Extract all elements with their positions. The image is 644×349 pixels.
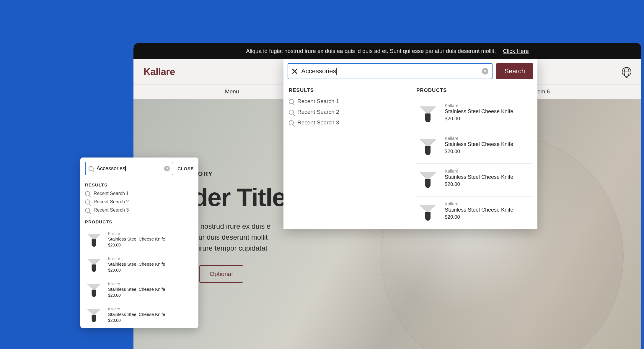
product-result-item[interactable]: Kallare Stainless Steel Cheese Knife $20… bbox=[416, 197, 532, 229]
product-result-item[interactable]: Kallare Stainless Steel Cheese Knife $20… bbox=[416, 98, 532, 131]
search-dropdown-desktop: Accessories Search RESULTS Recent Search… bbox=[283, 59, 537, 229]
recent-search-label: Recent Search 2 bbox=[297, 109, 339, 115]
product-meta: Kallare Stainless Steel Cheese Knife $20… bbox=[445, 103, 513, 126]
product-brand: Kallare bbox=[108, 307, 165, 311]
product-brand: Kallare bbox=[445, 103, 513, 108]
product-result-item[interactable]: Kallare Stainless Steel Cheese Knife $20… bbox=[85, 253, 194, 278]
search-input-text: Accessories bbox=[301, 67, 336, 75]
product-name: Stainless Steel Cheese Knife bbox=[445, 207, 513, 213]
product-brand: Kallare bbox=[108, 257, 165, 261]
product-result-item[interactable]: Kallare Stainless Steel Cheese Knife $20… bbox=[85, 278, 194, 303]
products-header: PRODUCTS bbox=[416, 87, 532, 93]
product-name: Stainless Steel Cheese Knife bbox=[445, 174, 513, 180]
product-price: $20.00 bbox=[445, 214, 513, 220]
results-header: RESULTS bbox=[85, 182, 194, 187]
recent-search-item[interactable]: Recent Search 1 bbox=[289, 98, 405, 105]
announcement-bar: Aliqua id fugiat nostrud irure ex duis e… bbox=[133, 43, 641, 59]
recent-search-label: Recent Search 2 bbox=[94, 199, 129, 204]
announcement-link[interactable]: Click Here bbox=[503, 48, 529, 54]
product-thumbnail bbox=[85, 282, 103, 299]
recent-search-item[interactable]: Recent Search 1 bbox=[85, 191, 194, 196]
product-result-item[interactable]: Kallare Stainless Steel Cheese Knife $20… bbox=[416, 131, 532, 164]
search-input-row: Accessories Search bbox=[283, 59, 537, 83]
product-price: $20.00 bbox=[445, 116, 513, 122]
results-header: RESULTS bbox=[289, 87, 405, 93]
search-icon bbox=[89, 166, 94, 171]
hero-body: at nostrud irure ex duis e atur duis des… bbox=[193, 221, 286, 254]
recent-search-label: Recent Search 3 bbox=[94, 207, 129, 213]
product-result-item[interactable]: Kallare Stainless Steel Cheese Knife $20… bbox=[85, 228, 194, 253]
search-field[interactable]: Accessories bbox=[85, 162, 173, 175]
search-input[interactable]: Accessories bbox=[301, 67, 478, 75]
search-icon bbox=[85, 199, 90, 204]
product-price: $20.00 bbox=[108, 293, 165, 298]
product-result-item[interactable]: Kallare Stainless Steel Cheese Knife $20… bbox=[85, 303, 194, 328]
product-price: $20.00 bbox=[108, 268, 165, 272]
text-caret bbox=[336, 68, 337, 75]
close-icon[interactable] bbox=[292, 68, 298, 74]
products-column: PRODUCTS Kallare Stainless Steel Cheese … bbox=[416, 87, 532, 229]
recent-search-label: Recent Search 1 bbox=[297, 98, 339, 105]
search-icon bbox=[289, 120, 294, 125]
dropdown-body: RESULTS Recent Search 1 Recent Search 2 … bbox=[283, 83, 537, 229]
dropdown-body: RESULTS Recent Search 1 Recent Search 2 … bbox=[80, 182, 198, 328]
product-name: Stainless Steel Cheese Knife bbox=[445, 141, 513, 147]
product-name: Stainless Steel Cheese Knife bbox=[108, 312, 165, 317]
hero-title: der Title bbox=[193, 183, 286, 212]
nav-item-menu[interactable]: Menu bbox=[225, 88, 239, 95]
optional-button[interactable]: Optional bbox=[199, 265, 243, 283]
product-thumbnail bbox=[416, 201, 439, 224]
hero-line: at nostrud irure ex duis e bbox=[193, 222, 270, 230]
product-thumbnail bbox=[85, 231, 103, 249]
clear-input-icon[interactable] bbox=[164, 166, 170, 171]
clear-input-icon[interactable] bbox=[482, 68, 488, 74]
hero-buttons: Optional bbox=[193, 265, 286, 283]
recent-search-item[interactable]: Recent Search 2 bbox=[289, 109, 405, 115]
product-price: $20.00 bbox=[445, 149, 513, 155]
recent-search-item[interactable]: Recent Search 3 bbox=[85, 207, 194, 213]
globe-icon[interactable] bbox=[622, 67, 631, 77]
product-name: Stainless Steel Cheese Knife bbox=[108, 236, 165, 241]
brand-logo[interactable]: Kallare bbox=[144, 66, 175, 77]
recent-search-item[interactable]: Recent Search 3 bbox=[289, 119, 405, 126]
results-column: RESULTS Recent Search 1 Recent Search 2 … bbox=[289, 87, 405, 229]
product-meta: Kallare Stainless Steel Cheese Knife $20… bbox=[108, 282, 165, 299]
product-thumbnail bbox=[85, 257, 103, 274]
recent-search-label: Recent Search 1 bbox=[94, 191, 129, 196]
search-icon bbox=[289, 99, 294, 104]
product-brand: Kallare bbox=[445, 136, 513, 141]
product-brand: Kallare bbox=[108, 282, 165, 286]
product-name: Stainless Steel Cheese Knife bbox=[108, 287, 165, 292]
search-button[interactable]: Search bbox=[496, 63, 533, 79]
search-icon bbox=[289, 110, 294, 115]
search-icon bbox=[85, 208, 90, 213]
search-input-text: Accessories bbox=[97, 165, 125, 171]
search-icon bbox=[85, 191, 90, 196]
product-brand: Kallare bbox=[108, 231, 165, 236]
hero-line: e irure tempor cupidatat bbox=[193, 244, 267, 252]
search-dropdown-mobile: Accessories CLOSE RESULTS Recent Search … bbox=[80, 158, 198, 328]
search-input-row: Accessories CLOSE bbox=[80, 162, 198, 179]
product-brand: Kallare bbox=[445, 168, 513, 173]
product-price: $20.00 bbox=[108, 318, 165, 323]
product-meta: Kallare Stainless Steel Cheese Knife $20… bbox=[108, 307, 165, 324]
search-field[interactable]: Accessories bbox=[288, 63, 493, 79]
product-thumbnail bbox=[416, 103, 439, 126]
product-name: Stainless Steel Cheese Knife bbox=[108, 262, 165, 267]
products-header: PRODUCTS bbox=[85, 219, 194, 224]
product-price: $20.00 bbox=[445, 181, 513, 187]
hero-content: GORY der Title at nostrud irure ex duis … bbox=[193, 170, 286, 283]
hero-eyebrow: GORY bbox=[193, 170, 286, 177]
product-thumbnail bbox=[416, 136, 439, 159]
close-button[interactable]: CLOSE bbox=[177, 166, 194, 171]
product-thumbnail bbox=[85, 307, 103, 324]
product-name: Stainless Steel Cheese Knife bbox=[445, 108, 513, 115]
product-price: $20.00 bbox=[108, 243, 165, 247]
product-meta: Kallare Stainless Steel Cheese Knife $20… bbox=[108, 231, 165, 249]
product-meta: Kallare Stainless Steel Cheese Knife $20… bbox=[445, 168, 513, 191]
product-meta: Kallare Stainless Steel Cheese Knife $20… bbox=[108, 257, 165, 274]
search-input[interactable]: Accessories bbox=[97, 165, 161, 172]
product-result-item[interactable]: Kallare Stainless Steel Cheese Knife $20… bbox=[416, 164, 532, 197]
product-brand: Kallare bbox=[445, 201, 513, 206]
recent-search-item[interactable]: Recent Search 2 bbox=[85, 199, 194, 204]
